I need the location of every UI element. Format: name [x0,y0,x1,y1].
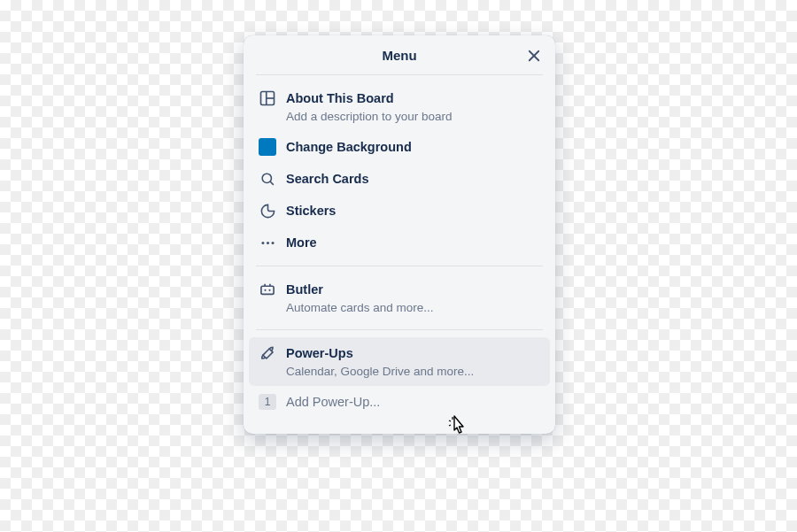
item-subtitle: Calendar, Google Drive and more... [286,364,541,380]
power-up-count-badge: 1 [258,392,277,412]
menu-item-more[interactable]: More [249,227,550,258]
item-label: Butler [286,280,541,299]
sticker-icon [258,201,277,220]
item-body: Add Power-Up... [286,392,541,412]
menu-item-search-cards[interactable]: Search Cards [249,163,550,195]
svg-point-11 [264,289,266,291]
svg-line-6 [270,181,274,185]
item-label: Add Power-Up... [286,392,541,412]
menu-section: Butler Automate cards and more... [244,266,555,329]
menu-item-power-ups[interactable]: Power-Ups Calendar, Google Drive and mor… [249,337,550,386]
menu-item-add-power-up[interactable]: 1 Add Power-Up... [249,386,550,418]
color-swatch-icon [258,137,277,157]
item-body: Power-Ups Calendar, Google Drive and mor… [286,343,541,380]
search-icon [258,169,277,189]
item-label: Change Background [286,137,541,157]
item-label: Search Cards [286,169,541,189]
svg-point-12 [268,289,270,291]
item-body: Butler Automate cards and more... [286,280,541,316]
close-button[interactable] [525,48,543,66]
item-body: Change Background [286,137,541,157]
panel-title: Menu [382,48,416,63]
item-label: More [286,233,541,252]
item-body: More [286,233,541,252]
svg-rect-10 [261,286,274,294]
board-menu-panel: Menu About This Board Add a description … [244,35,555,434]
panel-header: Menu [244,35,555,74]
menu-item-about-board[interactable]: About This Board Add a description to yo… [249,82,550,131]
rocket-icon [258,343,277,363]
svg-point-7 [261,241,264,243]
menu-section: About This Board Add a description to yo… [244,75,555,266]
item-body: About This Board Add a description to yo… [286,89,541,125]
menu-section: Power-Ups Calendar, Google Drive and mor… [244,330,555,425]
item-label: About This Board [286,89,541,108]
item-label: Stickers [286,201,541,220]
svg-point-8 [266,241,268,243]
butler-icon [258,280,277,299]
board-icon [258,89,277,108]
svg-point-9 [271,241,274,243]
item-label: Power-Ups [286,343,541,363]
item-subtitle: Automate cards and more... [286,300,541,316]
item-subtitle: Add a description to your board [286,109,541,125]
svg-point-5 [262,173,271,182]
close-icon [526,48,542,64]
menu-item-butler[interactable]: Butler Automate cards and more... [249,274,550,322]
more-icon [258,233,277,252]
item-body: Stickers [286,201,541,220]
item-body: Search Cards [286,169,541,189]
menu-item-change-background[interactable]: Change Background [249,131,550,163]
menu-item-stickers[interactable]: Stickers [249,195,550,227]
